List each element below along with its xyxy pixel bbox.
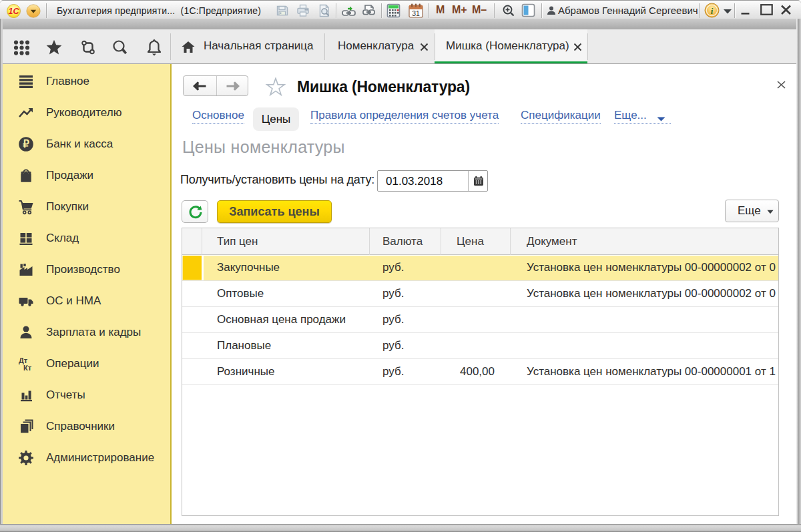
svg-text:31: 31 [412,9,420,17]
svg-text:i: i [711,6,714,16]
svg-text:₽: ₽ [23,138,29,150]
svg-text:Кт: Кт [23,364,32,372]
svg-text:1С: 1С [9,7,20,16]
